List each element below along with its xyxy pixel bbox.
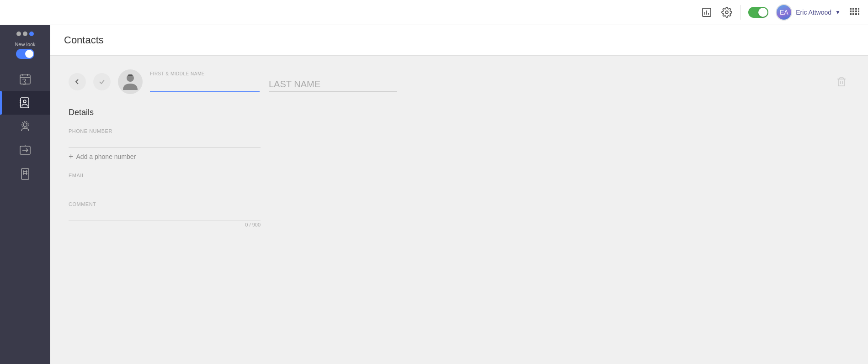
avatar-image: EA: [777, 5, 791, 20]
svg-rect-16: [858, 13, 859, 15]
contact-avatar: [118, 69, 143, 94]
topbar-divider: [740, 5, 741, 20]
svg-rect-31: [21, 169, 29, 179]
active-bar: [0, 91, 2, 115]
logo-dot-3: [29, 32, 34, 36]
svg-rect-15: [855, 13, 857, 15]
new-look-label: New look: [15, 42, 35, 47]
email-label: EMAIL: [69, 173, 850, 178]
svg-rect-5: [850, 8, 852, 10]
chart-icon[interactable]: [700, 6, 713, 19]
page-header: Contacts: [50, 25, 868, 56]
svg-point-4: [725, 11, 728, 14]
svg-rect-7: [855, 8, 857, 10]
svg-point-22: [23, 100, 26, 103]
last-name-input[interactable]: [269, 77, 397, 92]
main-toggle[interactable]: [748, 7, 768, 18]
svg-point-27: [22, 121, 28, 128]
sidebar-item-contacts[interactable]: [0, 91, 50, 115]
comment-field-group: COMMENT 0 / 900: [69, 201, 850, 227]
username-label: Eric Attwood: [796, 9, 831, 16]
add-phone-button[interactable]: + Add a phone number: [69, 150, 136, 164]
email-field-group: EMAIL: [69, 173, 850, 192]
svg-point-26: [23, 123, 27, 127]
svg-rect-9: [850, 11, 852, 12]
sidebar-item-transfer[interactable]: [0, 138, 50, 162]
content-area: Contacts: [50, 25, 868, 364]
details-title: Details: [69, 108, 850, 117]
new-look-toggle[interactable]: [16, 49, 34, 59]
avatar: EA: [776, 4, 792, 21]
svg-rect-37: [128, 74, 133, 76]
user-section[interactable]: EA Eric Attwood ▼: [776, 4, 841, 21]
main-layout: New look: [0, 25, 868, 364]
back-button[interactable]: [69, 73, 86, 90]
delete-button[interactable]: [833, 74, 850, 90]
logo: [16, 30, 34, 36]
topbar-icons: [700, 6, 733, 19]
page-title: Contacts: [64, 34, 854, 46]
details-section: Details PHONE NUMBER + Add a phone numbe…: [69, 108, 850, 227]
logo-dot-1: [16, 32, 21, 36]
email-input[interactable]: [69, 180, 261, 192]
phone-input[interactable]: [69, 136, 261, 148]
svg-rect-13: [850, 13, 852, 15]
sidebar-item-hash-device[interactable]: [0, 162, 50, 186]
page-content: FIRST & MIDDLE NAME LAST NAME: [50, 56, 868, 364]
sidebar: New look: [0, 25, 50, 364]
comment-label: COMMENT: [69, 201, 850, 207]
sidebar-nav: [0, 63, 50, 186]
contact-top-row: FIRST & MIDDLE NAME LAST NAME: [69, 69, 850, 94]
phone-field-group: PHONE NUMBER + Add a phone number: [69, 128, 850, 164]
new-look-section: New look: [15, 42, 35, 59]
svg-rect-10: [852, 11, 854, 12]
add-phone-label: Add a phone number: [76, 153, 136, 160]
name-fields: FIRST & MIDDLE NAME LAST NAME: [150, 71, 826, 92]
svg-rect-12: [858, 11, 859, 12]
toggle-container: [748, 7, 768, 18]
phone-label: PHONE NUMBER: [69, 128, 850, 134]
svg-rect-14: [852, 13, 854, 15]
chevron-down-icon[interactable]: ▼: [835, 9, 841, 16]
gear-icon[interactable]: [720, 6, 733, 19]
first-name-label: FIRST & MIDDLE NAME: [150, 71, 260, 76]
logo-dot-2: [23, 32, 27, 36]
sidebar-item-calendar-phone[interactable]: [0, 67, 50, 91]
grid-icon[interactable]: [848, 6, 861, 19]
svg-rect-8: [858, 8, 859, 10]
check-button[interactable]: [93, 73, 111, 90]
add-phone-plus-icon: +: [69, 153, 74, 161]
svg-rect-11: [855, 11, 857, 12]
svg-rect-38: [838, 79, 845, 86]
svg-rect-6: [852, 8, 854, 10]
sidebar-item-agent[interactable]: [0, 115, 50, 138]
first-name-group: FIRST & MIDDLE NAME: [150, 71, 260, 92]
last-name-group: LAST NAME: [269, 71, 397, 92]
comment-input[interactable]: [69, 209, 261, 221]
topbar: EA Eric Attwood ▼: [0, 0, 868, 25]
char-count: 0 / 900: [69, 222, 261, 227]
first-name-input[interactable]: [150, 77, 260, 92]
